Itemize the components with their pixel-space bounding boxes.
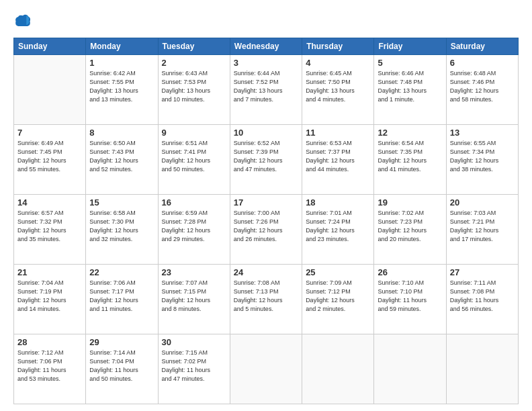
day-info: Sunrise: 6:55 AM Sunset: 7:34 PM Dayligh…: [450, 139, 515, 174]
day-number: 12: [378, 128, 442, 138]
calendar-cell: 17Sunrise: 7:00 AM Sunset: 7:26 PM Dayli…: [230, 195, 302, 265]
day-info: Sunrise: 7:06 AM Sunset: 7:17 PM Dayligh…: [89, 279, 154, 314]
day-number: 24: [234, 267, 298, 277]
header-row: SundayMondayTuesdayWednesdayThursdayFrid…: [14, 38, 519, 55]
calendar-cell: 30Sunrise: 7:15 AM Sunset: 7:02 PM Dayli…: [158, 334, 230, 404]
day-number: 4: [306, 58, 370, 68]
calendar-cell: 9Sunrise: 6:51 AM Sunset: 7:41 PM Daylig…: [158, 125, 230, 195]
day-number: 7: [17, 128, 82, 138]
logo: [13, 12, 35, 31]
day-number: 14: [17, 197, 82, 208]
day-info: Sunrise: 6:53 AM Sunset: 7:37 PM Dayligh…: [306, 139, 370, 174]
day-number: 13: [450, 128, 515, 138]
calendar-cell: 13Sunrise: 6:55 AM Sunset: 7:34 PM Dayli…: [446, 125, 518, 195]
day-number: 21: [17, 267, 82, 277]
weekday-header: Tuesday: [158, 38, 230, 55]
calendar-cell: [374, 334, 446, 404]
page: SundayMondayTuesdayWednesdayThursdayFrid…: [0, 0, 532, 411]
day-info: Sunrise: 7:12 AM Sunset: 7:06 PM Dayligh…: [17, 349, 82, 383]
calendar-cell: [302, 334, 374, 404]
day-info: Sunrise: 7:07 AM Sunset: 7:15 PM Dayligh…: [162, 279, 226, 314]
day-number: 1: [89, 58, 154, 68]
day-number: 18: [306, 197, 370, 208]
day-number: 9: [162, 128, 226, 138]
day-number: 3: [234, 58, 298, 68]
calendar-cell: [230, 334, 302, 404]
day-info: Sunrise: 7:15 AM Sunset: 7:02 PM Dayligh…: [162, 349, 226, 383]
day-info: Sunrise: 6:52 AM Sunset: 7:39 PM Dayligh…: [234, 139, 298, 174]
day-number: 16: [162, 197, 226, 208]
calendar-cell: 12Sunrise: 6:54 AM Sunset: 7:35 PM Dayli…: [374, 125, 446, 195]
day-info: Sunrise: 7:10 AM Sunset: 7:10 PM Dayligh…: [378, 279, 442, 314]
calendar-week-row: 7Sunrise: 6:49 AM Sunset: 7:45 PM Daylig…: [14, 125, 519, 195]
calendar-cell: 18Sunrise: 7:01 AM Sunset: 7:24 PM Dayli…: [302, 195, 374, 265]
calendar-week-row: 1Sunrise: 6:42 AM Sunset: 7:55 PM Daylig…: [14, 55, 519, 125]
calendar-cell: 23Sunrise: 7:07 AM Sunset: 7:15 PM Dayli…: [158, 265, 230, 334]
calendar-cell: 7Sunrise: 6:49 AM Sunset: 7:45 PM Daylig…: [14, 125, 86, 195]
calendar-week-row: 21Sunrise: 7:04 AM Sunset: 7:19 PM Dayli…: [14, 265, 519, 334]
day-number: 6: [450, 58, 515, 68]
calendar-cell: 29Sunrise: 7:14 AM Sunset: 7:04 PM Dayli…: [86, 334, 158, 404]
day-info: Sunrise: 7:03 AM Sunset: 7:21 PM Dayligh…: [450, 209, 515, 244]
weekday-header: Thursday: [302, 38, 374, 55]
calendar-cell: 6Sunrise: 6:48 AM Sunset: 7:46 PM Daylig…: [446, 55, 518, 125]
day-number: 11: [306, 128, 370, 138]
day-number: 20: [450, 197, 515, 208]
day-info: Sunrise: 6:42 AM Sunset: 7:55 PM Dayligh…: [89, 69, 154, 104]
calendar-cell: [446, 334, 518, 404]
day-number: 8: [89, 128, 154, 138]
day-number: 10: [234, 128, 298, 138]
day-info: Sunrise: 6:54 AM Sunset: 7:35 PM Dayligh…: [378, 139, 442, 174]
day-number: 28: [17, 337, 82, 347]
calendar-cell: 3Sunrise: 6:44 AM Sunset: 7:52 PM Daylig…: [230, 55, 302, 125]
weekday-header: Monday: [86, 38, 158, 55]
calendar-cell: 11Sunrise: 6:53 AM Sunset: 7:37 PM Dayli…: [302, 125, 374, 195]
day-number: 17: [234, 197, 298, 208]
day-info: Sunrise: 7:14 AM Sunset: 7:04 PM Dayligh…: [89, 349, 154, 383]
day-info: Sunrise: 6:51 AM Sunset: 7:41 PM Dayligh…: [162, 139, 226, 174]
weekday-header: Saturday: [446, 38, 518, 55]
day-number: 15: [89, 197, 154, 208]
day-info: Sunrise: 6:46 AM Sunset: 7:48 PM Dayligh…: [378, 69, 442, 104]
day-info: Sunrise: 7:01 AM Sunset: 7:24 PM Dayligh…: [306, 209, 370, 244]
day-number: 22: [89, 267, 154, 277]
day-info: Sunrise: 6:50 AM Sunset: 7:43 PM Dayligh…: [89, 139, 154, 174]
day-info: Sunrise: 6:45 AM Sunset: 7:50 PM Dayligh…: [306, 69, 370, 104]
calendar-cell: 4Sunrise: 6:45 AM Sunset: 7:50 PM Daylig…: [302, 55, 374, 125]
calendar-cell: 5Sunrise: 6:46 AM Sunset: 7:48 PM Daylig…: [374, 55, 446, 125]
day-number: 23: [162, 267, 226, 277]
day-info: Sunrise: 6:43 AM Sunset: 7:53 PM Dayligh…: [162, 69, 226, 104]
calendar-cell: 26Sunrise: 7:10 AM Sunset: 7:10 PM Dayli…: [374, 265, 446, 334]
calendar-table: SundayMondayTuesdayWednesdayThursdayFrid…: [13, 38, 519, 404]
weekday-header: Friday: [374, 38, 446, 55]
day-info: Sunrise: 6:57 AM Sunset: 7:32 PM Dayligh…: [17, 209, 82, 244]
calendar-cell: 21Sunrise: 7:04 AM Sunset: 7:19 PM Dayli…: [14, 265, 86, 334]
day-info: Sunrise: 7:11 AM Sunset: 7:08 PM Dayligh…: [450, 279, 515, 314]
day-info: Sunrise: 7:02 AM Sunset: 7:23 PM Dayligh…: [378, 209, 442, 244]
calendar-cell: 25Sunrise: 7:09 AM Sunset: 7:12 PM Dayli…: [302, 265, 374, 334]
calendar-cell: 1Sunrise: 6:42 AM Sunset: 7:55 PM Daylig…: [86, 55, 158, 125]
day-info: Sunrise: 6:48 AM Sunset: 7:46 PM Dayligh…: [450, 69, 515, 104]
day-info: Sunrise: 6:49 AM Sunset: 7:45 PM Dayligh…: [17, 139, 82, 174]
calendar-cell: 19Sunrise: 7:02 AM Sunset: 7:23 PM Dayli…: [374, 195, 446, 265]
day-number: 29: [89, 337, 154, 347]
day-number: 2: [162, 58, 226, 68]
day-number: 25: [306, 267, 370, 277]
calendar-cell: 27Sunrise: 7:11 AM Sunset: 7:08 PM Dayli…: [446, 265, 518, 334]
calendar-cell: 24Sunrise: 7:08 AM Sunset: 7:13 PM Dayli…: [230, 265, 302, 334]
day-info: Sunrise: 7:00 AM Sunset: 7:26 PM Dayligh…: [234, 209, 298, 244]
day-number: 19: [378, 197, 442, 208]
calendar-cell: 8Sunrise: 6:50 AM Sunset: 7:43 PM Daylig…: [86, 125, 158, 195]
day-info: Sunrise: 6:59 AM Sunset: 7:28 PM Dayligh…: [162, 209, 226, 244]
calendar-week-row: 14Sunrise: 6:57 AM Sunset: 7:32 PM Dayli…: [14, 195, 519, 265]
calendar-cell: 15Sunrise: 6:58 AM Sunset: 7:30 PM Dayli…: [86, 195, 158, 265]
calendar-cell: 16Sunrise: 6:59 AM Sunset: 7:28 PM Dayli…: [158, 195, 230, 265]
calendar-week-row: 28Sunrise: 7:12 AM Sunset: 7:06 PM Dayli…: [14, 334, 519, 404]
calendar-cell: 14Sunrise: 6:57 AM Sunset: 7:32 PM Dayli…: [14, 195, 86, 265]
calendar-cell: [14, 55, 86, 125]
day-number: 5: [378, 58, 442, 68]
weekday-header: Sunday: [14, 38, 86, 55]
calendar-cell: 10Sunrise: 6:52 AM Sunset: 7:39 PM Dayli…: [230, 125, 302, 195]
calendar-cell: 28Sunrise: 7:12 AM Sunset: 7:06 PM Dayli…: [14, 334, 86, 404]
day-info: Sunrise: 6:58 AM Sunset: 7:30 PM Dayligh…: [89, 209, 154, 244]
